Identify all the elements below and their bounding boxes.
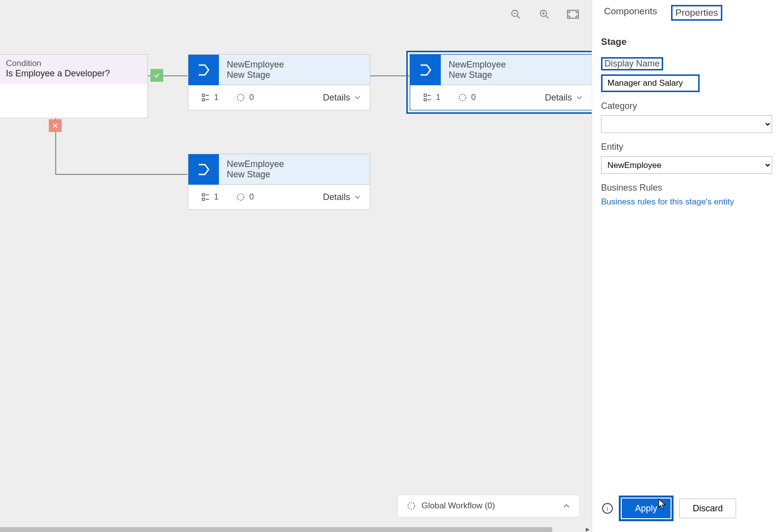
info-icon[interactable]: i (602, 503, 613, 514)
entity-label: Entity (601, 142, 623, 152)
condition-card[interactable]: Condition Is Employee a Developer? (0, 54, 148, 118)
details-toggle[interactable]: Details (323, 192, 361, 202)
business-rules-link[interactable]: Business rules for this stage's entity (601, 197, 772, 207)
scrollbar-right-button[interactable]: ▶ (584, 527, 592, 532)
stage-name: New Stage (227, 169, 284, 180)
stage-name: New Stage (227, 70, 284, 80)
svg-point-24 (238, 194, 245, 200)
chevron-up-icon (563, 502, 570, 510)
details-toggle[interactable]: Details (323, 93, 361, 103)
details-toggle[interactable]: Details (545, 93, 583, 103)
global-workflow-label: Global Workflow (0) (422, 501, 495, 511)
canvas-toolbar (509, 7, 580, 21)
svg-point-14 (238, 94, 245, 101)
svg-line-4 (546, 16, 549, 19)
stage-entity: NewEmployee (227, 159, 284, 169)
discard-button[interactable]: Discard (679, 499, 736, 518)
stage-card-2[interactable]: NewEmployee New Stage 1 0 Details (410, 54, 592, 110)
svg-rect-16 (424, 99, 426, 101)
stage-card-3[interactable]: NewEmployee New Stage 1 0 Details (188, 154, 370, 210)
properties-panel: Components Properties Stage Display Name… (592, 0, 781, 532)
stage-name: New Stage (449, 70, 506, 80)
chevron-down-icon (354, 94, 361, 101)
trigger-count: 0 (458, 93, 475, 102)
fit-screen-icon[interactable] (566, 7, 580, 21)
condition-label: Condition (6, 59, 142, 68)
zoom-out-icon[interactable] (509, 7, 523, 21)
display-name-label: Display Name (601, 57, 663, 70)
svg-line-1 (517, 16, 520, 19)
svg-rect-20 (202, 194, 205, 196)
category-select[interactable] (601, 115, 772, 133)
stage-icon (188, 154, 219, 185)
global-workflow-drawer[interactable]: Global Workflow (0) (397, 495, 580, 517)
category-label: Category (601, 101, 637, 111)
display-name-input[interactable] (601, 74, 700, 92)
scrollbar-horizontal[interactable] (0, 527, 552, 532)
trigger-count: 0 (236, 93, 253, 102)
chevron-down-icon (576, 94, 583, 101)
svg-point-25 (408, 502, 415, 509)
svg-point-19 (460, 94, 466, 101)
process-canvas[interactable]: Condition Is Employee a Developer? NewEm… (0, 0, 592, 532)
svg-rect-10 (202, 94, 205, 97)
svg-rect-15 (424, 94, 426, 97)
apply-button[interactable]: Apply (622, 499, 671, 518)
svg-rect-11 (202, 99, 205, 101)
condition-text: Is Employee a Developer? (6, 68, 142, 79)
stage-entity: NewEmployee (449, 60, 506, 70)
workflow-icon (407, 501, 416, 510)
chevron-down-icon (354, 194, 361, 200)
tab-properties[interactable]: Properties (671, 5, 723, 21)
steps-count: 1 (201, 192, 218, 202)
steps-count: 1 (201, 93, 218, 102)
entity-select[interactable]: NewEmployee (601, 156, 772, 174)
panel-section-title: Stage (601, 36, 772, 47)
steps-count: 1 (423, 93, 440, 102)
connector (370, 75, 410, 76)
zoom-in-icon[interactable] (537, 7, 551, 21)
stage-entity: NewEmployee (227, 60, 284, 70)
trigger-count: 0 (236, 192, 253, 202)
stage-card-1[interactable]: NewEmployee New Stage 1 0 Details (188, 54, 370, 110)
connector (55, 174, 187, 175)
tab-components[interactable]: Components (601, 5, 660, 21)
branch-no-icon (49, 119, 62, 132)
branch-yes-icon (150, 69, 163, 82)
stage-icon (188, 55, 219, 85)
business-rules-label: Business Rules (601, 183, 662, 193)
stage-icon (410, 55, 441, 85)
svg-rect-21 (202, 198, 205, 200)
